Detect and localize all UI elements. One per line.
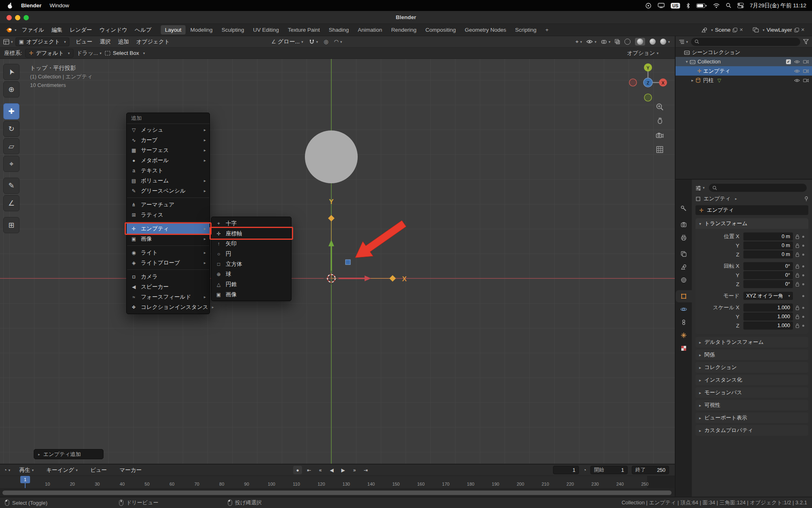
transform-value-field[interactable]: XYZ オイラー角▾ <box>743 292 793 300</box>
animate-dot[interactable] <box>802 245 804 247</box>
outliner-row-円柱[interactable]: ▸円柱▽ <box>676 76 812 85</box>
workspace-tab-scripting[interactable]: Scripting <box>511 25 541 35</box>
add-menu-item-lattice[interactable]: ⊞ラティス <box>127 210 209 220</box>
properties-section-デルタトランスフォーム[interactable]: ▸デルタトランスフォーム <box>695 337 808 347</box>
coord-system-selector[interactable]: ✛ デフォルト ▾ <box>25 49 73 58</box>
add-workspace-button[interactable]: + <box>541 25 553 35</box>
operator-redo-panel[interactable]: ▸ エンプティ追加 <box>34 449 104 459</box>
timeline-menu-item[interactable]: キーイング▾ <box>43 465 81 475</box>
screen-mirroring-icon[interactable] <box>645 3 652 9</box>
pin-icon[interactable] <box>804 196 808 202</box>
timeline-ruler[interactable]: 1020304050607080901001101201301401501601… <box>0 475 675 488</box>
animate-dot[interactable] <box>802 265 804 267</box>
empty-submenu-item-arrows[interactable]: ✢座標軸 <box>212 228 291 239</box>
current-frame-field[interactable]: 1 <box>553 466 579 474</box>
bluetooth-icon[interactable] <box>686 3 690 9</box>
breadcrumb-object-name[interactable]: エンプティ <box>704 195 731 202</box>
animate-dot[interactable] <box>802 307 804 309</box>
shading-material-button[interactable] <box>650 39 656 45</box>
viewport-menu-item[interactable]: オブジェクト <box>132 37 173 47</box>
select-box-tool[interactable]: ➤ <box>3 64 19 80</box>
outliner-row-シーンコレクション[interactable]: シーンコレクション <box>676 48 812 57</box>
viewport-menu-item[interactable]: ビュー <box>72 37 96 47</box>
outliner-row-Collection[interactable]: ▾Collection✔ <box>676 57 812 66</box>
viewlayer-selector[interactable]: ▾ ViewLayer ✕ <box>753 27 805 33</box>
menubar-item[interactable]: 編集 <box>48 25 66 35</box>
menubar-item[interactable]: ファイル <box>18 25 48 35</box>
new-scene-icon[interactable] <box>732 28 737 33</box>
properties-tab-output[interactable] <box>676 232 692 244</box>
playhead[interactable]: 1 <box>20 476 30 483</box>
timeline-menu-item[interactable]: 再生▾ <box>15 465 37 475</box>
mode-selector[interactable]: ▣ オブジェクト ▾ <box>15 37 70 46</box>
transform-value-field[interactable]: 1.000 <box>743 313 793 321</box>
empty-submenu-item-cone[interactable]: △円錐 <box>212 279 291 289</box>
jump-start-button[interactable]: ⇤ <box>304 466 313 474</box>
outliner-item-label[interactable]: シーンコレクション <box>692 49 740 56</box>
gizmo-neg-x-ball[interactable] <box>629 79 637 86</box>
frame-end-field[interactable]: 終了250 <box>632 466 669 474</box>
empty-submenu-item-cube[interactable]: □立方体 <box>212 259 291 269</box>
lock-icon[interactable] <box>795 243 799 248</box>
spotlight-search-icon[interactable] <box>726 3 731 8</box>
hide-eye-toggle[interactable] <box>794 69 800 73</box>
visibility-toggle[interactable]: ▾ <box>586 39 596 44</box>
empty-submenu-item-sphere[interactable]: ⊕球 <box>212 269 291 279</box>
properties-section-可視性[interactable]: ▸可視性 <box>695 400 808 410</box>
tool-options-dropdown[interactable]: オプション▾ <box>627 50 671 57</box>
object-name-field[interactable]: ✛ エンプティ <box>695 205 808 215</box>
add-menu-item-force-field[interactable]: ≈フォースフィールド▸ <box>127 292 209 302</box>
hide-eye-toggle[interactable] <box>794 78 800 82</box>
properties-tab-data[interactable] <box>676 329 692 341</box>
animate-dot[interactable] <box>802 283 804 285</box>
properties-section-モーションパス[interactable]: ▸モーションパス <box>695 387 808 398</box>
record-button[interactable]: ● <box>293 466 302 474</box>
hide-eye-toggle[interactable] <box>794 60 800 64</box>
animate-dot[interactable] <box>802 295 804 297</box>
cursor-tool[interactable]: ⊕ <box>3 81 19 98</box>
transform-orientation-selector[interactable]: ∠ グロー...▾ <box>271 38 303 46</box>
input-source-badge[interactable]: US <box>671 3 680 9</box>
transform-value-field[interactable]: 0° <box>743 280 793 288</box>
expander-icon[interactable]: ▸ <box>689 78 695 82</box>
menubar-item[interactable]: ヘルプ <box>131 25 155 35</box>
animate-dot[interactable] <box>802 316 804 318</box>
transform-value-field[interactable]: 0° <box>743 262 793 270</box>
viewport-menu-item[interactable]: 選択 <box>96 37 114 47</box>
empty-submenu-item-plain-axes[interactable]: +十字 <box>212 218 291 228</box>
timeline-menu-item[interactable]: マーカー <box>116 465 145 475</box>
prev-keyframe-button[interactable]: « <box>316 466 325 474</box>
empty-submenu-item-circle[interactable]: ○円 <box>212 249 291 259</box>
workspace-tab-texture-paint[interactable]: Texture Paint <box>284 25 324 35</box>
prev-frame-button[interactable]: ◀ <box>327 466 336 474</box>
add-menu-item-armature[interactable]: ⋔アーマチュア <box>127 200 209 210</box>
timeline-menu-item[interactable]: ビュー <box>86 465 110 475</box>
menubar-item[interactable]: ウィンドウ <box>96 25 131 35</box>
timeline-scrollbar-thumb[interactable] <box>2 491 672 495</box>
add-menu-item-image[interactable]: ▣画像▸ <box>127 234 209 244</box>
empty-submenu-item-single-arrow[interactable]: ↑矢印 <box>212 239 291 249</box>
minimize-window-button[interactable] <box>15 15 20 20</box>
outliner-editor-selector[interactable]: ▾ <box>679 39 688 44</box>
properties-tab-scene[interactable] <box>676 261 692 273</box>
add-menu-item-collection-instance[interactable]: ❖コレクションインスタンス▸ <box>127 302 209 312</box>
proportional-edit-toggle[interactable]: ◎ <box>324 39 328 45</box>
add-menu-item-volume[interactable]: ▤ボリューム▸ <box>127 176 209 186</box>
add-menu-item-camera[interactable]: ◘カメラ <box>127 271 209 282</box>
add-menu-item-light[interactable]: ◉ライト▸ <box>127 247 209 258</box>
workspace-tab-layout[interactable]: Layout <box>161 25 186 35</box>
close-window-button[interactable] <box>6 15 12 20</box>
camera-view-icon[interactable] <box>653 129 667 141</box>
transform-tool[interactable]: ⌖ <box>3 156 19 172</box>
add-menu-item-grease-pencil[interactable]: ✎グリースペンシル▸ <box>127 186 209 196</box>
shading-rendered-button[interactable]: ▾ <box>660 39 670 45</box>
properties-tab-world[interactable] <box>676 274 692 286</box>
timeline-editor-selector[interactable]: ◔▾ <box>4 467 10 473</box>
add-cube-tool[interactable]: ⊞ <box>3 217 19 233</box>
outliner-filter-icon[interactable] <box>803 39 809 44</box>
blender-logo-icon[interactable]: ▾ <box>5 27 17 33</box>
properties-tab-view-layer[interactable] <box>676 248 692 260</box>
transform-value-field[interactable]: 0 m <box>743 250 793 258</box>
lock-icon[interactable] <box>795 234 799 239</box>
properties-section-コレクション[interactable]: ▸コレクション <box>695 362 808 373</box>
